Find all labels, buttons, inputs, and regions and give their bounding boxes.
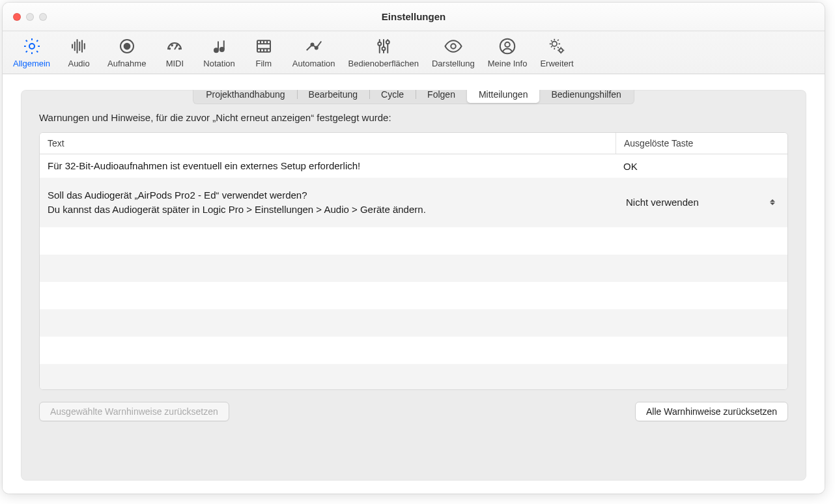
toolbar-label: Erweitert — [540, 59, 573, 68]
table-row — [40, 309, 787, 337]
svg-point-34 — [386, 40, 389, 44]
svg-point-13 — [179, 48, 180, 49]
subtab-bar: Projekthandhabung Bearbeitung Cycle Folg… — [193, 90, 634, 104]
toolbar-label: Bedienoberflächen — [348, 59, 419, 68]
toolbar-label: Allgemein — [13, 59, 50, 68]
cell-action: OK — [616, 161, 787, 172]
gear-icon — [20, 36, 44, 56]
toolbar-item-general[interactable]: Allgemein — [7, 33, 57, 74]
cell-text: Soll das Audiogerät „AirPods Pro2 - Ed“ … — [40, 184, 616, 221]
suppressed-warnings-table: Text Ausgelöste Taste Für 32-Bit-Audioau… — [39, 132, 788, 390]
tab-follow[interactable]: Folgen — [416, 90, 467, 103]
reset-all-button[interactable]: Alle Warnhinweise zurücksetzen — [635, 402, 788, 421]
table-header: Text Ausgelöste Taste — [40, 133, 787, 154]
table-row[interactable]: Für 32-Bit-Audioaufnahmen ist eventuell … — [40, 154, 787, 178]
svg-point-35 — [451, 44, 456, 49]
updown-icon — [767, 197, 778, 208]
svg-point-38 — [552, 42, 558, 47]
gears-icon — [545, 36, 569, 56]
film-icon — [252, 36, 276, 56]
tab-accessibility[interactable]: Bedienungshilfen — [539, 90, 632, 103]
section-description: Warnungen und Hinweise, für die zuvor „N… — [21, 112, 806, 132]
gauge-icon — [163, 36, 186, 56]
table-body[interactable]: Für 32-Bit-Audioaufnahmen ist eventuell … — [40, 154, 787, 389]
toolbar-label: Meine Info — [488, 59, 528, 68]
toolbar-item-recording[interactable]: Aufnahme — [101, 33, 152, 74]
sliders-icon — [372, 36, 395, 56]
toolbar-label: Darstellung — [432, 59, 475, 68]
eye-icon — [442, 36, 465, 56]
footer-buttons: Ausgewählte Warnhinweise zurücksetzen Al… — [21, 390, 806, 436]
svg-point-28 — [315, 47, 317, 49]
toolbar-item-advanced[interactable]: Erweitert — [533, 33, 580, 74]
record-icon — [115, 36, 139, 56]
toolbar-label: Aufnahme — [107, 59, 146, 68]
toolbar-item-automation[interactable]: Automation — [286, 33, 342, 74]
toolbar-label: MIDI — [166, 59, 184, 68]
svg-point-37 — [505, 42, 510, 48]
tab-cycle[interactable]: Cycle — [369, 90, 416, 103]
svg-point-39 — [559, 49, 563, 53]
window-title: Einstellungen — [3, 11, 825, 22]
table-row — [40, 364, 787, 390]
cell-text: Für 32-Bit-Audioaufnahmen ist eventuell … — [40, 155, 616, 177]
column-header-action[interactable]: Ausgelöste Taste — [616, 133, 787, 154]
toolbar-label: Notation — [203, 59, 234, 68]
toolbar-item-audio[interactable]: Audio — [57, 33, 101, 74]
cell-action: Nicht verwenden — [616, 195, 787, 210]
toolbar-item-display[interactable]: Darstellung — [425, 33, 481, 74]
toolbar-label: Film — [256, 59, 272, 68]
popup-value: Nicht verwenden — [626, 197, 699, 208]
tab-projecthandling[interactable]: Projekthandhabung — [194, 90, 296, 103]
reset-selected-button[interactable]: Ausgewählte Warnhinweise zurücksetzen — [39, 402, 229, 421]
person-circle-icon — [496, 36, 519, 56]
action-label: OK — [623, 161, 638, 172]
toolbar-item-myinfo[interactable]: Meine Info — [481, 33, 534, 74]
svg-point-32 — [382, 47, 385, 50]
toolbar-item-surfaces[interactable]: Bedienoberflächen — [342, 33, 425, 74]
svg-point-30 — [378, 42, 381, 46]
table-row — [40, 337, 787, 364]
inner-panel: Projekthandhabung Bearbeitung Cycle Folg… — [21, 90, 806, 481]
toolbar-item-film[interactable]: Film — [242, 33, 286, 74]
toolbar-label: Automation — [292, 59, 335, 68]
tab-notifications[interactable]: Mitteilungen — [467, 90, 540, 103]
automation-icon — [302, 36, 326, 56]
column-header-text[interactable]: Text — [40, 133, 616, 154]
toolbar-item-midi[interactable]: MIDI — [152, 33, 197, 74]
preferences-window: Einstellungen Allgemein Audio — [3, 3, 825, 494]
preferences-toolbar: Allgemein Audio Aufnahme — [3, 31, 825, 74]
svg-point-27 — [311, 44, 313, 46]
waveform-icon — [67, 36, 91, 56]
action-popup[interactable]: Nicht verwenden — [623, 195, 780, 210]
svg-point-12 — [177, 45, 178, 46]
svg-point-0 — [29, 44, 35, 49]
table-row — [40, 227, 787, 255]
svg-point-11 — [172, 45, 173, 46]
tab-editing[interactable]: Bearbeitung — [297, 90, 370, 103]
table-row — [40, 282, 787, 309]
notes-icon — [208, 36, 231, 56]
content-pane: Projekthandhabung Bearbeitung Cycle Folg… — [3, 74, 825, 494]
svg-point-10 — [169, 48, 171, 49]
svg-point-8 — [124, 44, 130, 49]
table-row — [40, 255, 787, 282]
titlebar: Einstellungen — [3, 3, 825, 31]
table-row[interactable]: Soll das Audiogerät „AirPods Pro2 - Ed“ … — [40, 178, 787, 227]
toolbar-item-notation[interactable]: Notation — [197, 33, 241, 74]
toolbar-label: Audio — [68, 59, 89, 68]
